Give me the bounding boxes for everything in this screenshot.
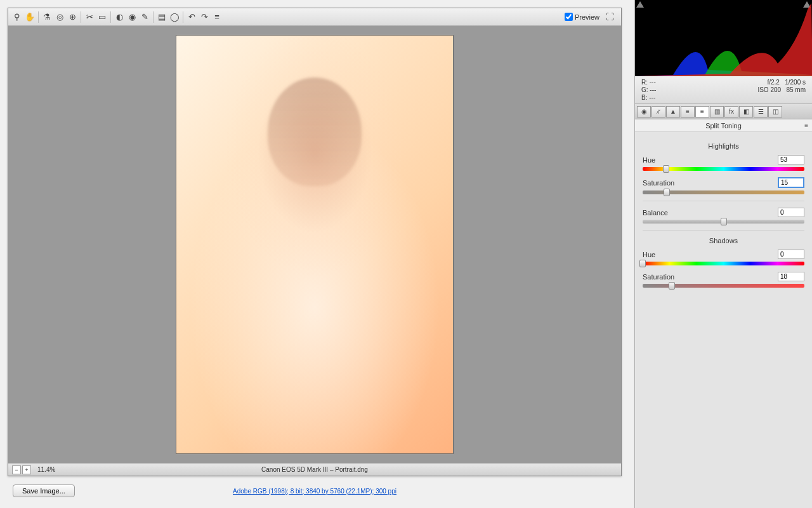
camera-file-label: Canon EOS 5D Mark III – Portrait.dng: [261, 466, 368, 473]
divider: [643, 201, 804, 201]
save-image-button[interactable]: Save Image...: [13, 485, 75, 497]
divider: [643, 230, 804, 231]
sh-sat-label: Saturation: [643, 273, 778, 281]
r-label: R:: [641, 79, 648, 86]
color-sampler-tool-icon[interactable]: ◎: [54, 11, 65, 23]
sh-sat-thumb[interactable]: [669, 282, 675, 290]
workflow-options-link[interactable]: Adobe RGB (1998); 8 bit; 3840 by 5760 (2…: [233, 488, 396, 495]
zoom-tool-icon[interactable]: ⚲: [11, 11, 23, 23]
basic-tab-icon[interactable]: ◉: [637, 106, 651, 117]
hsl-tab-icon[interactable]: ≡: [681, 106, 695, 117]
camera-calibration-tab-icon[interactable]: ◧: [739, 106, 753, 117]
panel-title-bar: Split Toning ≡: [635, 119, 812, 132]
targeted-adjust-tool-icon[interactable]: ⊕: [67, 11, 78, 23]
spot-removal-tool-icon[interactable]: ◐: [114, 11, 125, 23]
fullscreen-icon[interactable]: ⛶: [604, 11, 615, 23]
balance-slider[interactable]: [643, 220, 804, 224]
balance-input[interactable]: [778, 208, 804, 217]
rotate-right-icon[interactable]: ↷: [199, 11, 210, 23]
preview-check-input[interactable]: [565, 13, 573, 21]
g-label: G:: [641, 86, 648, 93]
sh-hue-label: Hue: [643, 251, 778, 258]
status-bar: − + 11.4% Canon EOS 5D Mark III – Portra…: [8, 463, 621, 476]
shadows-heading: Shadows: [643, 237, 804, 244]
hl-hue-input[interactable]: [778, 155, 804, 164]
lens-corrections-tab-icon[interactable]: ▥: [710, 106, 724, 117]
preview-label: Preview: [575, 13, 599, 21]
b-value: ---: [649, 94, 655, 101]
rotate-left-icon[interactable]: ↶: [186, 11, 197, 23]
top-toolbar: ⚲ ✋ ⚗ ◎ ⊕ ✂ ▭ ◐ ◉ ✎ ▤ ◯ ↶ ↷ ≡ Preview ⛶: [8, 8, 621, 26]
separator: [81, 11, 81, 23]
iso-value: ISO 200: [757, 86, 781, 93]
r-value: ---: [650, 79, 656, 86]
histogram[interactable]: [635, 0, 812, 76]
hl-hue-slider[interactable]: [643, 167, 804, 171]
zoom-out-button[interactable]: −: [12, 465, 21, 474]
aperture-value: f/2.2: [767, 79, 779, 86]
rgb-info-bar: R: --- G: --- B: --- f/2.2 1/200 s ISO 2…: [635, 76, 812, 104]
preview-checkbox[interactable]: Preview: [565, 13, 599, 21]
hl-hue-label: Hue: [643, 156, 778, 164]
bottom-bar: Save Image... Adobe RGB (1998); 8 bit; 3…: [8, 481, 622, 500]
hand-tool-icon[interactable]: ✋: [24, 11, 36, 23]
b-label: B:: [641, 94, 647, 101]
split-toning-panel: Highlights Hue Saturation Balance Shadow…: [635, 132, 812, 300]
adjustment-brush-tool-icon[interactable]: ✎: [139, 11, 150, 23]
snapshots-tab-icon[interactable]: ◫: [768, 106, 782, 117]
effects-tab-icon[interactable]: fx: [724, 106, 738, 117]
zoom-level[interactable]: 11.4%: [37, 466, 55, 473]
radial-filter-tool-icon[interactable]: ◯: [169, 11, 180, 23]
separator: [38, 11, 39, 23]
shutter-value: 1/200 s: [785, 79, 806, 86]
balance-thumb[interactable]: [721, 218, 727, 225]
sh-hue-slider[interactable]: [643, 262, 804, 265]
histogram-svg: [635, 0, 812, 76]
zoom-in-button[interactable]: +: [22, 465, 31, 474]
hl-sat-label: Saturation: [643, 179, 778, 187]
right-panel: R: --- G: --- B: --- f/2.2 1/200 s ISO 2…: [634, 0, 812, 508]
g-value: ---: [650, 86, 656, 93]
sh-sat-slider[interactable]: [643, 284, 804, 288]
crop-tool-icon[interactable]: ✂: [84, 11, 95, 23]
image-canvas[interactable]: [8, 26, 621, 463]
hl-sat-slider[interactable]: [643, 190, 804, 194]
hl-sat-thumb[interactable]: [664, 189, 670, 196]
sh-hue-input[interactable]: [778, 250, 804, 259]
adjustment-tabs: ◉ ⫽ ▲ ≡ ≡ ▥ fx ◧ ☰ ◫: [635, 104, 812, 119]
separator: [110, 11, 111, 23]
panel-title: Split Toning: [705, 122, 742, 130]
presets-tab-icon[interactable]: ☰: [754, 106, 768, 117]
redeye-tool-icon[interactable]: ◉: [126, 11, 138, 23]
split-toning-tab-icon[interactable]: ≡: [695, 106, 709, 117]
detail-tab-icon[interactable]: ▲: [666, 106, 680, 117]
tone-curve-tab-icon[interactable]: ⫽: [652, 106, 665, 117]
graduated-filter-tool-icon[interactable]: ▤: [156, 11, 167, 23]
balance-label: Balance: [643, 209, 778, 217]
white-balance-tool-icon[interactable]: ⚗: [41, 11, 53, 23]
highlights-heading: Highlights: [643, 142, 804, 150]
separator: [183, 11, 183, 23]
sh-sat-input[interactable]: [778, 272, 804, 281]
sh-hue-thumb[interactable]: [639, 260, 646, 267]
main-editor-area: ⚲ ✋ ⚗ ◎ ⊕ ✂ ▭ ◐ ◉ ✎ ▤ ◯ ↶ ↷ ≡ Preview ⛶ …: [8, 8, 622, 476]
separator: [153, 11, 154, 23]
hl-hue-thumb[interactable]: [663, 165, 669, 173]
photo-preview: [176, 35, 454, 454]
panel-menu-icon[interactable]: ≡: [804, 122, 808, 129]
focal-value: 85 mm: [786, 86, 806, 93]
straighten-tool-icon[interactable]: ▭: [96, 11, 108, 23]
prefs-icon[interactable]: ≡: [211, 11, 223, 23]
hl-sat-input[interactable]: [778, 177, 804, 188]
